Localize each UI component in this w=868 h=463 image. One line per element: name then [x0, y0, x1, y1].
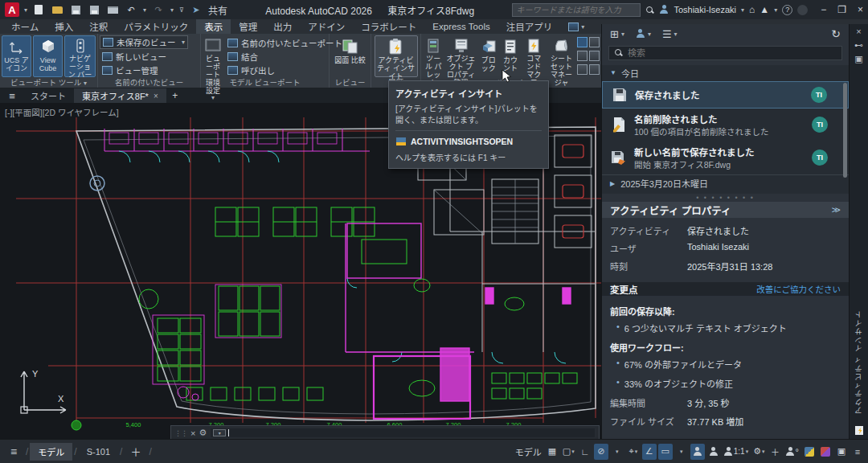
feed-item-saved[interactable]: 保存されました TI: [602, 81, 849, 109]
palette-close-icon[interactable]: ×: [856, 27, 861, 36]
palette-splitter[interactable]: • • • • • • • •: [602, 194, 849, 202]
user-filter-button[interactable]: ▾: [636, 29, 651, 39]
redo-icon[interactable]: ↷: [152, 4, 165, 15]
tab-insert[interactable]: 挿入: [47, 19, 81, 34]
annotation-scale-button[interactable]: 1:1▾: [723, 444, 750, 460]
layout-tab-s101[interactable]: S-101: [79, 443, 118, 461]
activity-insight-palette-icon[interactable]: [577, 37, 588, 47]
undo-caret-icon[interactable]: ▾: [143, 6, 146, 14]
close-button[interactable]: ×: [858, 4, 863, 15]
new-view-button[interactable]: 新しいビュー: [100, 50, 199, 63]
feed-item-purged[interactable]: 名前削除されました 100 個の項目が名前削除されました TI: [602, 109, 849, 141]
annotation-visibility-icon[interactable]: [690, 444, 705, 460]
activity-insight-button[interactable]: アクティビティ インサイト: [375, 35, 418, 77]
clean-screen-icon[interactable]: ▣: [834, 444, 849, 460]
restore-button[interactable]: ❐: [837, 4, 846, 15]
sheet-set-manager-button[interactable]: シート セット マネージャ: [547, 35, 576, 77]
object-snap-tracking-icon[interactable]: ⌖▾: [626, 444, 641, 460]
join-viewports-button[interactable]: 結合: [225, 50, 345, 63]
tab-annotate[interactable]: 注釈: [81, 19, 116, 34]
user-avatar-icon[interactable]: [659, 5, 669, 14]
annotation-monitor-icon[interactable]: ＋: [768, 444, 783, 460]
markup-import-icon[interactable]: [577, 51, 588, 61]
command-grip-icon[interactable]: ⋮⋮: [174, 429, 187, 437]
new-layout-button[interactable]: ＋: [124, 444, 147, 459]
avatar[interactable]: TI: [812, 150, 828, 166]
grid-display-icon[interactable]: ▦: [545, 444, 559, 460]
autocad-logo-icon[interactable]: A: [5, 2, 19, 17]
dynamic-input-caret-icon[interactable]: ▾: [674, 444, 689, 460]
ucs-icon-button[interactable]: UCS アイコン: [2, 35, 31, 77]
search-icon[interactable]: [645, 6, 654, 14]
undo-icon[interactable]: ↶: [125, 4, 137, 15]
drawing-compare-button[interactable]: 図面 比較: [333, 35, 368, 77]
group-date[interactable]: ▶ 2025年3月20日木曜日: [602, 174, 849, 192]
clipboard-palette-icon[interactable]: [589, 64, 600, 75]
layout-menu-icon[interactable]: ≡: [3, 445, 24, 458]
command-macros-button[interactable]: コマンド マクロ: [522, 35, 546, 77]
group-today[interactable]: ▼ 今日: [602, 65, 849, 81]
sheet-views-icon[interactable]: [577, 64, 588, 75]
help-search-input[interactable]: [516, 6, 637, 14]
panel-label-viewport-tools[interactable]: ビューポート ツール ▾: [0, 77, 97, 88]
recent-commands-icon[interactable]: ▾: [213, 429, 226, 436]
tab-parametric[interactable]: パラメトリック: [116, 19, 196, 34]
save-as-icon[interactable]: [88, 4, 100, 15]
open-file-icon[interactable]: [51, 4, 63, 15]
command-close-icon[interactable]: ×: [190, 428, 195, 438]
properties-palette-button[interactable]: オブジェクト プロパティ管理: [444, 35, 477, 77]
app-store-icon[interactable]: ⌂: [749, 4, 755, 15]
file-tab-menu-icon[interactable]: ≡: [2, 88, 23, 103]
tool-palettes-button[interactable]: ツール パレット: [423, 35, 444, 77]
tab-addins[interactable]: アドイン: [300, 19, 353, 34]
command-customize-icon[interactable]: ⚙: [199, 428, 207, 438]
tab-view[interactable]: 表示: [196, 19, 231, 34]
view-manager-button[interactable]: ビュー管理: [100, 64, 199, 76]
feedback-link[interactable]: 改善にご協力ください: [756, 283, 841, 295]
navigation-bar-button[interactable]: ナビゲーション バー: [64, 35, 96, 77]
view-mode-button[interactable]: ⊞▾: [610, 28, 624, 40]
blocks-palette-button[interactable]: ブロック: [478, 35, 499, 77]
avatar[interactable]: TI: [812, 117, 828, 133]
refresh-icon[interactable]: ↻: [831, 27, 841, 40]
autodesk-icon[interactable]: ▲: [760, 4, 769, 15]
units-icon[interactable]: °: [784, 444, 800, 460]
activity-properties-header[interactable]: アクティビティ プロパティ ≫: [602, 202, 849, 219]
user-menu-caret-icon[interactable]: ▾: [741, 6, 744, 14]
notification-icon[interactable]: [797, 5, 808, 15]
user-name[interactable]: Toshiaki-Isezaki: [674, 5, 736, 14]
quickcalc-icon[interactable]: [589, 51, 600, 61]
feed-item-saved-as[interactable]: 新しい名前で保存されました 開始 東京オフィス8F.dwg TI: [602, 141, 849, 174]
feed-scrollbar[interactable]: [843, 83, 847, 178]
viewcube-button[interactable]: View Cube: [33, 35, 63, 77]
palette-search-box[interactable]: [608, 46, 842, 60]
new-file-icon[interactable]: [32, 4, 45, 15]
tab-start[interactable]: スタート: [23, 88, 74, 103]
tab-collaborate[interactable]: コラボレート: [353, 19, 424, 34]
designcenter-icon[interactable]: [589, 37, 600, 47]
new-tab-button[interactable]: +: [166, 88, 184, 103]
palette-properties-icon[interactable]: ▣: [854, 55, 862, 64]
annotation-autoscale-icon[interactable]: [706, 444, 721, 460]
tab-manage[interactable]: 管理: [231, 19, 265, 34]
view-dropdown[interactable]: 未保存のビュー ▾: [100, 35, 188, 49]
ortho-mode-icon[interactable]: ∟: [578, 444, 592, 460]
polar-tracking-icon[interactable]: ⊘: [594, 444, 608, 460]
customization-menu-icon[interactable]: ≡: [850, 444, 865, 460]
qat-customize-icon[interactable]: ⊽: [179, 6, 184, 14]
share-label[interactable]: 共有: [208, 3, 227, 17]
save-icon[interactable]: [69, 4, 82, 15]
viewport-configuration-button[interactable]: ビューポート 環境設定 ▾: [203, 35, 223, 77]
restore-viewports-button[interactable]: 呼び出し: [225, 64, 345, 76]
tab-close-icon[interactable]: ×: [154, 92, 158, 100]
graphics-performance-icon[interactable]: [802, 444, 817, 460]
trace-icon[interactable]: [818, 444, 833, 460]
help-search-box[interactable]: [512, 3, 641, 17]
polar-caret-icon[interactable]: ▾: [610, 444, 624, 460]
help-icon[interactable]: ?: [782, 5, 792, 15]
minimize-button[interactable]: −: [821, 4, 826, 15]
avatar[interactable]: TI: [811, 87, 827, 103]
tab-document[interactable]: 東京オフィス8F*×: [74, 88, 166, 103]
layout-tab-model[interactable]: モデル: [30, 443, 72, 461]
snap-mode-icon[interactable]: ▢▾: [561, 444, 576, 460]
